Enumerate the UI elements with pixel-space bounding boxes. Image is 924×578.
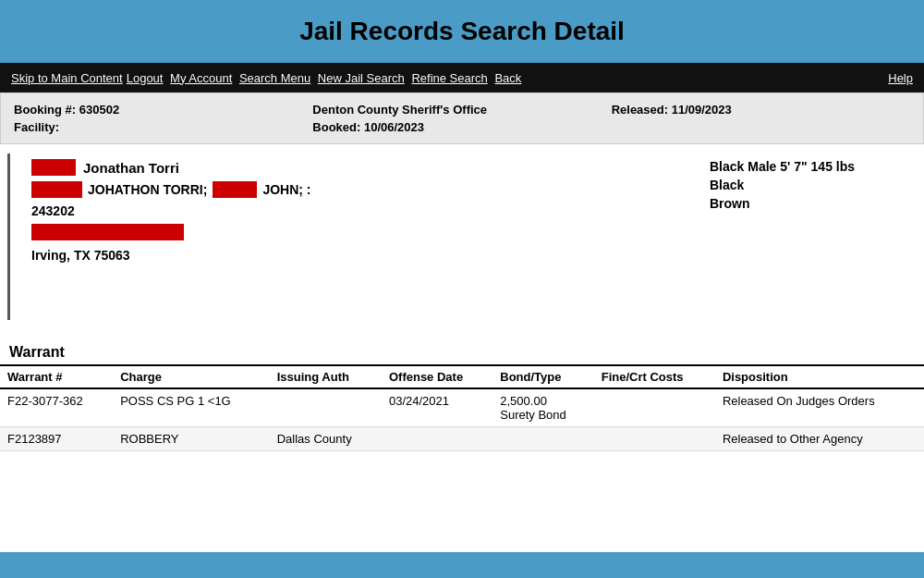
col-charge: Charge (113, 365, 270, 388)
person-alias-row: JOHATHON TORRI; JOHN; : (31, 181, 673, 198)
col-issuing-auth: Issuing Auth (270, 365, 382, 388)
redacted-alias2 (213, 181, 257, 198)
booking-booked: Booked: 10/06/2023 (312, 120, 611, 134)
col-fine-crt: Fine/Crt Costs (594, 365, 715, 388)
col-warrant-num: Warrant # (0, 365, 113, 388)
warrant-label: Warrant (0, 338, 924, 364)
person-address: Irving, TX 75063 (31, 248, 673, 263)
person-info: Jonathan Torri JOHATHON TORRI; JOHN; : 2… (20, 154, 924, 320)
booking-agency: Denton County Sheriff's Office (312, 103, 611, 117)
booking-released: Released: 11/09/2023 (612, 103, 910, 117)
page-title: Jail Records Search Detail (9, 17, 915, 46)
warrant-row-1: F22-3077-362 POSS CS PG 1 <1G 03/24/2021… (0, 388, 924, 427)
redacted-alias1 (31, 181, 82, 198)
booking-section: Booking #: 630502 Denton County Sheriff'… (0, 92, 924, 144)
redacted-photo (31, 159, 76, 176)
warrant-row1-offense-date: 03/24/2021 (382, 388, 492, 427)
page-header: Jail Records Search Detail (0, 0, 924, 63)
col-bond-type: Bond/Type (492, 365, 593, 388)
warrant-row2-charge: ROBBERY (113, 427, 270, 451)
warrant-section: Warrant Warrant # Charge Issuing Auth Of… (0, 329, 924, 451)
warrant-row1-disposition: Released On Judges Orders (715, 388, 924, 427)
left-border (7, 154, 20, 320)
nav-refine-search[interactable]: Refine Search (411, 71, 487, 85)
nav-logout[interactable]: Logout (127, 71, 164, 85)
physical-line3: Brown (710, 196, 913, 211)
warrant-row-2: F2123897 ROBBERY Dallas County Released … (0, 427, 924, 451)
nav-my-account[interactable]: My Account (170, 71, 232, 85)
warrant-row1-issuing (270, 388, 382, 427)
person-id: 243202 (31, 203, 673, 218)
person-physical: Black Male 5' 7" 145 lbs Black Brown (710, 159, 913, 263)
redacted-bar (31, 224, 184, 240)
physical-line1: Black Male 5' 7" 145 lbs (710, 159, 913, 174)
warrant-row1-num: F22-3077-362 (0, 388, 113, 427)
person-name-row: Jonathan Torri (31, 159, 673, 176)
warrant-table: Warrant # Charge Issuing Auth Offense Da… (0, 364, 924, 451)
warrant-row1-charge: POSS CS PG 1 <1G (113, 388, 270, 427)
warrant-row2-issuing: Dallas County (270, 427, 382, 451)
warrant-row2-fine (594, 427, 715, 451)
warrant-row1-bond: 2,500.00Surety Bond (492, 388, 593, 427)
nav-skip-to-main[interactable]: Skip to Main Content (11, 71, 123, 85)
physical-line2: Black (710, 178, 913, 192)
person-name: Jonathan Torri (83, 160, 179, 176)
nav-links: Skip to Main Content Logout My Account S… (11, 71, 525, 85)
warrant-table-header-row: Warrant # Charge Issuing Auth Offense Da… (0, 365, 924, 388)
col-disposition: Disposition (715, 365, 924, 388)
warrant-row2-num: F2123897 (0, 427, 113, 451)
nav-new-jail-search[interactable]: New Jail Search (318, 71, 405, 85)
nav-back[interactable]: Back (494, 71, 521, 85)
content-area: Jonathan Torri JOHATHON TORRI; JOHN; : 2… (0, 144, 924, 329)
nav-help-link[interactable]: Help (888, 71, 913, 85)
person-left: Jonathan Torri JOHATHON TORRI; JOHN; : 2… (31, 159, 673, 263)
nav-help: Help (888, 70, 913, 85)
warrant-row2-bond (492, 427, 593, 451)
booking-number: Booking #: 630502 (14, 103, 312, 117)
nav-search-menu[interactable]: Search Menu (239, 71, 310, 85)
warrant-row2-disposition: Released to Other Agency (715, 427, 924, 451)
warrant-row1-fine (594, 388, 715, 427)
warrant-row2-offense-date (382, 427, 492, 451)
navbar: Skip to Main Content Logout My Account S… (0, 63, 924, 92)
booking-facility: Facility: (14, 120, 312, 134)
col-offense-date: Offense Date (382, 365, 492, 388)
bottom-bar (0, 552, 924, 578)
redacted-bar-row (31, 224, 673, 240)
